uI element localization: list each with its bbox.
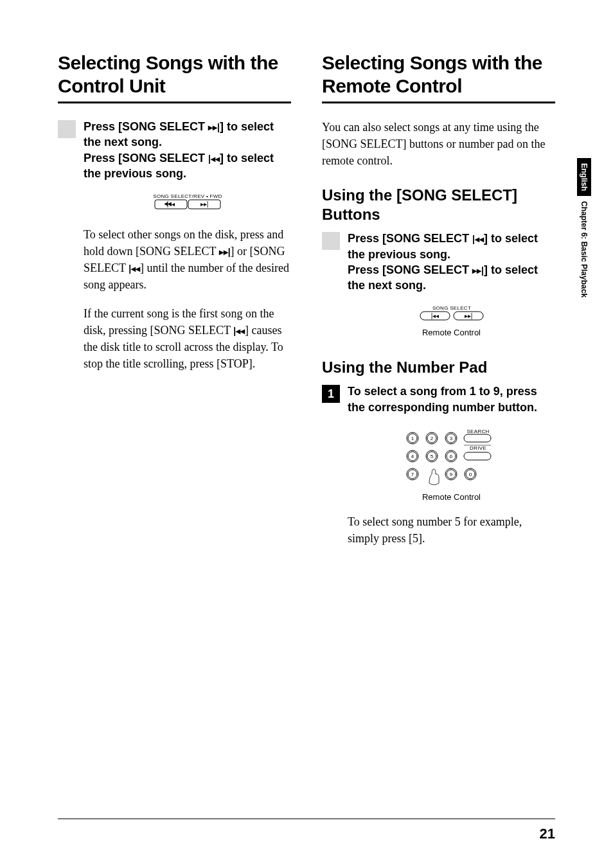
instruction-text: Press [SONG SELECT ▸▸|] to select the ne… [84, 119, 291, 181]
svg-text:|◂◂: |◂◂ [431, 312, 439, 319]
step-marker [322, 232, 340, 250]
skip-forward-icon: ▸▸| [219, 247, 231, 257]
remote-number-pad: 123 456 790 SEARCH DRIVE [348, 427, 555, 502]
body-paragraph: If the current song is the first song on… [84, 305, 291, 372]
illustration-caption: Remote Control [348, 328, 555, 337]
skip-forward-icon: ▸▸| [472, 265, 484, 276]
svg-text:4: 4 [411, 454, 414, 459]
step-block: 1 To select a song from 1 to 9, press th… [322, 384, 555, 547]
svg-text:1: 1 [411, 436, 414, 441]
svg-text:9: 9 [449, 472, 452, 477]
step-block: Press [SONG SELECT ▸▸|] to select the ne… [58, 119, 291, 372]
search-label: SEARCH [466, 429, 489, 434]
language-tab: English [577, 158, 591, 196]
button-group-label: SONG SELECT/REV • FWD [153, 193, 222, 199]
skip-back-icon: |◂◂ [472, 234, 484, 244]
side-tab: English Chapter 6: Basic Playback [568, 158, 600, 297]
skip-back-icon: |◂◂ [233, 326, 245, 336]
left-column: Selecting Songs with the Control Unit Pr… [58, 51, 291, 547]
skip-back-icon: |◂◂ [129, 263, 140, 274]
sub-heading: Using the Number Pad [322, 358, 555, 377]
instruction-text: To select a song from 1 to 9, press the … [348, 384, 555, 415]
section-heading-left: Selecting Songs with the Control Unit [58, 51, 291, 98]
remote-song-select-buttons: SONG SELECT |◂◂ ▸▸| Remote Control [348, 305, 555, 337]
body-paragraph: To select other songs on the disk, press… [84, 226, 291, 293]
text-fragment: Press [SONG SELECT [84, 152, 208, 164]
button-group-label: SONG SELECT [432, 305, 470, 311]
skip-forward-icon: ▸▸| [208, 122, 220, 132]
illustration-caption: Remote Control [348, 492, 555, 502]
section-heading-right: Selecting Songs with the Remote Control [322, 51, 555, 98]
text-fragment: Press [SONG SELECT [348, 232, 472, 245]
svg-text:6: 6 [449, 454, 452, 459]
svg-text:0: 0 [468, 472, 472, 477]
svg-text:2: 2 [430, 436, 433, 441]
svg-text:▸▸|: ▸▸| [200, 200, 208, 208]
section-rule [58, 102, 291, 103]
sub-heading: Using the [SONG SELECT] Buttons [322, 186, 555, 224]
svg-text:5: 5 [430, 454, 433, 459]
right-column: Selecting Songs with the Remote Control … [322, 51, 555, 547]
skip-back-icon: |◂◂ [208, 154, 220, 164]
drive-label: DRIVE [470, 445, 486, 451]
instruction-text: Press [SONG SELECT |◂◂] to select the pr… [348, 231, 555, 293]
intro-paragraph: You can also select songs at any time us… [322, 119, 555, 169]
svg-text:3: 3 [449, 436, 452, 441]
hand-pointer-icon [429, 469, 439, 485]
svg-rect-37 [464, 452, 491, 460]
text-fragment: Press [SONG SELECT [84, 120, 208, 133]
svg-text:7: 7 [411, 472, 414, 477]
text-fragment: Press [SONG SELECT [348, 263, 472, 276]
footer-rule [58, 819, 555, 819]
step-marker [58, 120, 76, 138]
section-rule [322, 102, 555, 103]
svg-text:|◂◂: |◂◂ [166, 200, 175, 208]
page-number: 21 [540, 826, 555, 842]
step-number: 1 [322, 385, 340, 403]
svg-rect-35 [464, 434, 491, 442]
body-paragraph: To select song number 5 for example, sim… [348, 513, 555, 547]
svg-text:▸▸|: ▸▸| [464, 312, 472, 319]
control-unit-buttons: SONG SELECT/REV • FWD |◂◂ ▸▸| [84, 193, 291, 215]
chapter-tab: Chapter 6: Basic Playback [580, 201, 589, 297]
step-block: Press [SONG SELECT |◂◂] to select the pr… [322, 231, 555, 341]
